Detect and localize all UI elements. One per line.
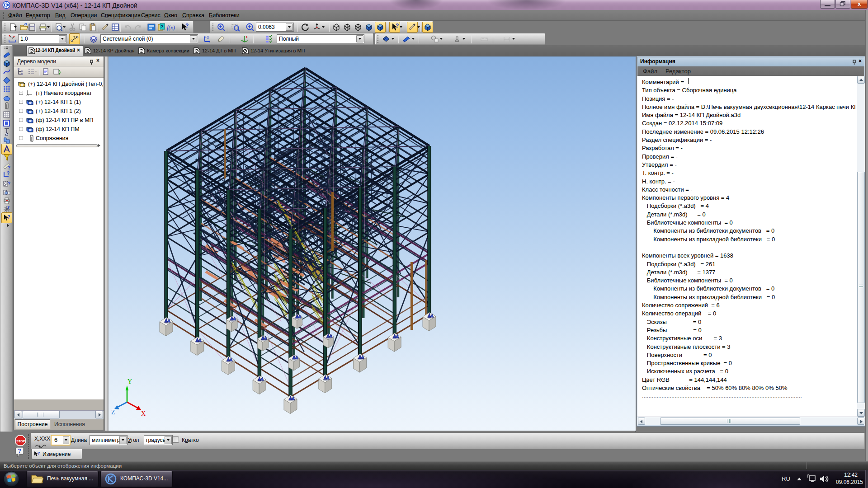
svg-text:?: ? <box>38 451 40 455</box>
svg-text:Y: Y <box>127 378 132 385</box>
svg-text:?: ? <box>18 448 21 454</box>
svg-text:Z: Z <box>111 409 115 416</box>
svg-text:?: ? <box>7 171 9 176</box>
svg-text:?: ? <box>7 205 10 210</box>
svg-text:X: X <box>141 410 146 417</box>
svg-text:?: ? <box>7 214 10 220</box>
svg-text:?: ? <box>185 23 189 29</box>
svg-text:f(x): f(x) <box>167 24 175 31</box>
svg-text:?: ? <box>8 181 10 186</box>
svg-text:?: ? <box>396 23 399 29</box>
svg-text:?: ? <box>161 24 164 29</box>
svg-text:STOP: STOP <box>16 439 25 443</box>
